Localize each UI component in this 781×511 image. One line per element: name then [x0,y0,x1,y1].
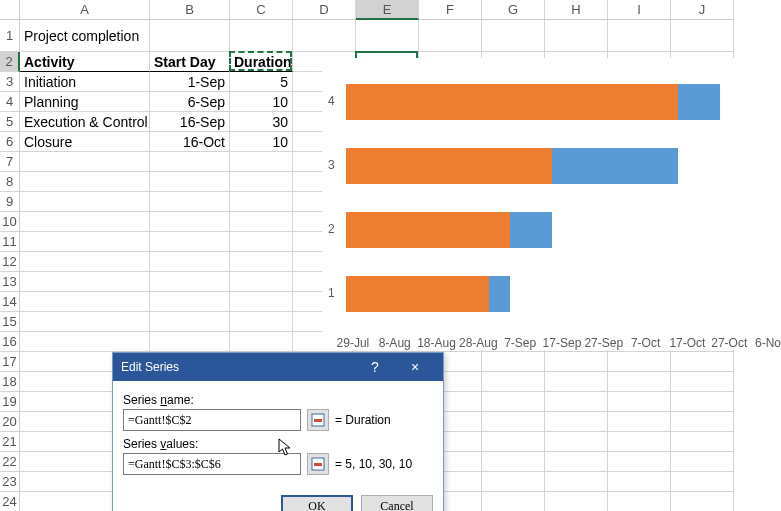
cell-B3[interactable]: 1-Sep [150,72,230,92]
column-header-C[interactable]: C [230,0,293,20]
series-values-input[interactable] [123,453,301,475]
cell-B2[interactable]: Start Day [150,52,230,72]
row-header-13[interactable]: 13 [0,272,20,292]
column-header-E[interactable]: E [356,0,419,20]
cell-B11[interactable] [150,232,230,252]
cell-C3[interactable]: 5 [230,72,293,92]
close-button[interactable]: × [395,359,435,375]
cell-I19[interactable] [608,392,671,412]
cell-B14[interactable] [150,292,230,312]
bar-start-3[interactable] [346,148,552,184]
cell-I20[interactable] [608,412,671,432]
cell-B9[interactable] [150,192,230,212]
row-header-12[interactable]: 12 [0,252,20,272]
row-header-9[interactable]: 9 [0,192,20,212]
row-header-23[interactable]: 23 [0,472,20,492]
cell-G22[interactable] [482,452,545,472]
cell-B12[interactable] [150,252,230,272]
row-header-17[interactable]: 17 [0,352,20,372]
cell-C10[interactable] [230,212,293,232]
help-button[interactable]: ? [355,359,395,375]
cell-H18[interactable] [545,372,608,392]
bar-duration-3[interactable] [552,148,678,184]
cell-C2[interactable]: Duration [230,52,293,72]
column-header-B[interactable]: B [150,0,230,20]
cell-C5[interactable]: 30 [230,112,293,132]
row-header-16[interactable]: 16 [0,332,20,352]
cell-G18[interactable] [482,372,545,392]
cell-I23[interactable] [608,472,671,492]
cell-C9[interactable] [230,192,293,212]
row-header-4[interactable]: 4 [0,92,20,112]
row-header-24[interactable]: 24 [0,492,20,511]
cell-A11[interactable] [20,232,150,252]
cell-I1[interactable] [608,20,671,52]
column-header-H[interactable]: H [545,0,608,20]
cell-A8[interactable] [20,172,150,192]
bar-duration-4[interactable] [678,84,720,120]
cell-B16[interactable] [150,332,230,352]
cell-C15[interactable] [230,312,293,332]
cell-I21[interactable] [608,432,671,452]
select-all-corner[interactable] [0,0,20,20]
bar-duration-1[interactable] [489,276,510,312]
row-header-3[interactable]: 3 [0,72,20,92]
column-header-I[interactable]: I [608,0,671,20]
cell-J22[interactable] [671,452,734,472]
bar-start-2[interactable] [346,212,510,248]
row-header-2[interactable]: 2 [0,52,20,72]
cell-G21[interactable] [482,432,545,452]
cell-A2[interactable]: Activity [20,52,150,72]
cell-B6[interactable]: 16-Oct [150,132,230,152]
cell-J24[interactable] [671,492,734,511]
row-header-20[interactable]: 20 [0,412,20,432]
cell-A3[interactable]: Initiation [20,72,150,92]
cell-A14[interactable] [20,292,150,312]
cell-C8[interactable] [230,172,293,192]
row-header-18[interactable]: 18 [0,372,20,392]
cell-H19[interactable] [545,392,608,412]
cell-A13[interactable] [20,272,150,292]
row-header-8[interactable]: 8 [0,172,20,192]
cell-H22[interactable] [545,452,608,472]
row-header-6[interactable]: 6 [0,132,20,152]
cell-G24[interactable] [482,492,545,511]
cell-C6[interactable]: 10 [230,132,293,152]
cell-F1[interactable] [419,20,482,52]
row-header-1[interactable]: 1 [0,20,20,52]
cell-B13[interactable] [150,272,230,292]
title-cell[interactable]: Project completion [20,20,150,52]
cell-C12[interactable] [230,252,293,272]
row-header-22[interactable]: 22 [0,452,20,472]
cell-I18[interactable] [608,372,671,392]
cell-G23[interactable] [482,472,545,492]
cell-C13[interactable] [230,272,293,292]
cell-G19[interactable] [482,392,545,412]
row-header-14[interactable]: 14 [0,292,20,312]
cell-C4[interactable]: 10 [230,92,293,112]
bar-start-4[interactable] [346,84,678,120]
cell-C1[interactable] [230,20,293,52]
cell-C11[interactable] [230,232,293,252]
cell-C7[interactable] [230,152,293,172]
cell-E1[interactable] [356,20,419,52]
row-header-7[interactable]: 7 [0,152,20,172]
cell-H20[interactable] [545,412,608,432]
collapse-range-icon[interactable] [307,453,329,475]
column-header-G[interactable]: G [482,0,545,20]
cell-A12[interactable] [20,252,150,272]
column-header-A[interactable]: A [20,0,150,20]
cell-H1[interactable] [545,20,608,52]
row-header-15[interactable]: 15 [0,312,20,332]
row-header-21[interactable]: 21 [0,432,20,452]
cell-B10[interactable] [150,212,230,232]
cell-H17[interactable] [545,352,608,372]
bar-start-1[interactable] [346,276,489,312]
cell-A15[interactable] [20,312,150,332]
row-header-10[interactable]: 10 [0,212,20,232]
cell-H21[interactable] [545,432,608,452]
cell-H23[interactable] [545,472,608,492]
bar-duration-2[interactable] [510,212,552,248]
cell-A7[interactable] [20,152,150,172]
cell-I22[interactable] [608,452,671,472]
